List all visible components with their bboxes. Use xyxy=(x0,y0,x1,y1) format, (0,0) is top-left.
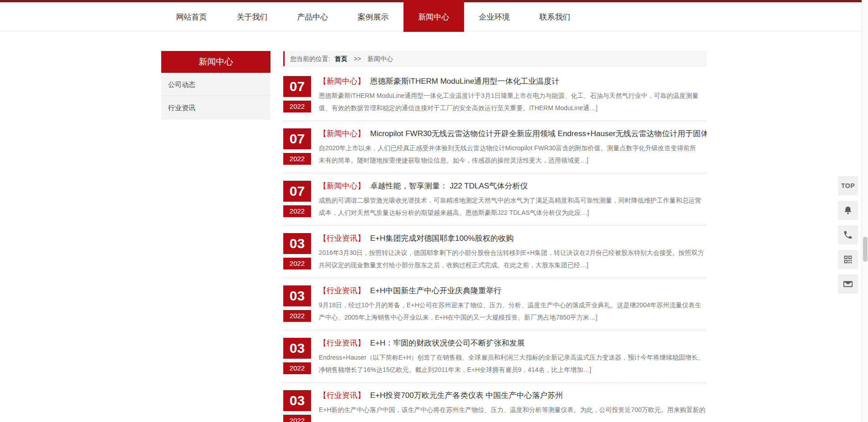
page: 网站首页 关于我们 产品中心 案例展示 新闻中心 企业环境 联系我们 新闻中心 … xyxy=(0,0,868,422)
news-desc-line1: 成熟的可调谐二极管激光吸收光谱技术，可靠精准地测定天然气中的水气为了满足高精度和… xyxy=(319,194,707,207)
news-title[interactable]: E+H：牢固的财政状况使公司不断扩张和发展 xyxy=(370,339,525,347)
breadcrumb-current: 新闻中心 xyxy=(368,55,393,62)
news-year: 2022 xyxy=(283,205,311,217)
news-day: 03 xyxy=(283,390,311,411)
nav-item-about[interactable]: 关于我们 xyxy=(222,2,282,32)
sidebar-title: 新闻中心 xyxy=(161,51,271,73)
news-year: 2022 xyxy=(283,258,311,269)
news-item[interactable]: 07 2022 【新闻中心】 恩德斯豪斯iTHERM ModuLine通用型一体… xyxy=(283,76,707,121)
news-year: 2022 xyxy=(283,415,311,422)
nav-item-news[interactable]: 新闻中心 xyxy=(403,0,464,32)
news-date-badge: 03 2022 xyxy=(283,390,311,422)
sidebar: 新闻中心 公司动态 行业资讯 xyxy=(161,51,271,422)
header: 网站首页 关于我们 产品中心 案例展示 新闻中心 企业环境 联系我们 xyxy=(0,2,868,32)
news-item[interactable]: 03 2022 【行业资讯】 E+H中国新生产中心开业庆典隆重举行 9月18日，… xyxy=(283,285,707,330)
news-date-badge: 03 2022 xyxy=(283,285,311,324)
back-to-top-button[interactable]: TOP xyxy=(838,176,858,195)
nav-item-home[interactable]: 网站首页 xyxy=(161,2,222,32)
news-year: 2022 xyxy=(283,153,311,165)
news-category: 【新闻中心】 xyxy=(319,182,365,190)
phone-icon xyxy=(843,230,853,240)
nav-item-environment[interactable]: 企业环境 xyxy=(464,2,525,32)
sidebar-item-industry-news[interactable]: 行业资讯 xyxy=(161,96,271,119)
news-item[interactable]: 03 2022 【行业资讯】 E+H集团完成对德国耶拿100%股权的收购 201… xyxy=(283,233,707,278)
news-title[interactable]: E+H中国新生产中心开业庆典隆重举行 xyxy=(370,286,502,295)
news-title[interactable]: 恩德斯豪斯iTHERM ModuLine通用型一体化工业温度计 xyxy=(370,77,560,86)
news-desc-line2: 产中心、2005年上海销售中心开业以来，E+H在中国的又一大规模投资。新厂房占地… xyxy=(319,311,707,324)
sidebar-item-company-news[interactable]: 公司动态 xyxy=(161,73,271,96)
news-year: 2022 xyxy=(283,362,311,374)
news-category: 【行业资讯】 xyxy=(319,234,365,243)
qrcode-button[interactable] xyxy=(838,250,858,269)
news-desc-line1: 自2020年上市以来，人们已经真正感受并体验到无线云雷达物位计Micropilo… xyxy=(319,142,707,154)
news-title-row[interactable]: 【新闻中心】 卓越性能，智享测量： J22 TDLAS气体分析仪 xyxy=(319,181,707,192)
news-title-row[interactable]: 【行业资讯】 E+H中国新生产中心开业庆典隆重举行 xyxy=(319,285,707,296)
news-desc-line1: Endress+Hauser（以下简称E+H）创造了在销售额、全球雇员和利润三大… xyxy=(319,351,707,364)
news-category: 【行业资讯】 xyxy=(319,286,365,295)
breadcrumb-prefix: 您当前的位置: xyxy=(290,55,330,62)
breadcrumb-separator: >> xyxy=(354,55,361,62)
nav-item-contact[interactable]: 联系我们 xyxy=(525,2,585,32)
news-title-row[interactable]: 【行业资讯】 E+H：牢固的财政状况使公司不断扩张和发展 xyxy=(319,338,707,349)
news-desc-line2: 成本，人们对天然气质量达标分析的期望越来越高。恩德斯豪斯J22 TDLAS气体分… xyxy=(319,207,707,219)
news-day: 03 xyxy=(283,338,311,359)
news-title-row[interactable]: 【新闻中心】 恩德斯豪斯iTHERM ModuLine通用型一体化工业温度计 xyxy=(319,76,707,87)
news-title[interactable]: 卓越性能，智享测量： J22 TDLAS气体分析仪 xyxy=(370,182,528,190)
scrollbar-track[interactable] xyxy=(862,0,868,422)
nav-item-products[interactable]: 产品中心 xyxy=(282,2,343,32)
news-day: 03 xyxy=(283,233,311,254)
news-item[interactable]: 03 2022 【行业资讯】 E+H投资700万欧元生产各类仪表 中国生产中心落… xyxy=(283,390,707,422)
scrollbar-thumb[interactable] xyxy=(863,237,868,262)
nav-item-cases[interactable]: 案例展示 xyxy=(343,2,403,32)
phone-contact-button[interactable] xyxy=(838,225,858,244)
news-date-badge: 07 2022 xyxy=(283,181,311,219)
notification-button[interactable] xyxy=(838,201,858,220)
news-title-row[interactable]: 【行业资讯】 E+H投资700万欧元生产各类仪表 中国生产中心落户苏州 xyxy=(319,390,707,401)
news-day: 07 xyxy=(283,181,311,202)
news-item[interactable]: 07 2022 【新闻中心】 Micropilot FWR30无线云雷达物位计开… xyxy=(283,128,707,173)
qrcode-icon xyxy=(843,254,853,264)
news-desc-line1: 2016年3月30日，按照转让决议，德国耶拿剩下的小部分股份合法转移到E+H集团… xyxy=(319,247,707,259)
news-day: 07 xyxy=(283,76,311,97)
news-title[interactable]: Micropilot FWR30无线云雷达物位计开辟全新应用领域 Endress… xyxy=(370,129,707,138)
news-desc-line2: 未有的简单。随时随地按需便捷获取物位信息。如今，传感器的操控灵活性更大，适用领域… xyxy=(319,154,707,167)
news-title[interactable]: E+H投资700万欧元生产各类仪表 中国生产中心落户苏州 xyxy=(370,391,563,400)
news-desc-line1: 恩德斯豪斯iTHERM ModuLine通用型一体化工业温度计于3月1日隆重上市… xyxy=(319,90,707,102)
news-title-row[interactable]: 【行业资讯】 E+H集团完成对德国耶拿100%股权的收购 xyxy=(319,233,707,244)
main-nav: 网站首页 关于我们 产品中心 案例展示 新闻中心 企业环境 联系我们 xyxy=(161,2,707,32)
news-year: 2022 xyxy=(283,310,311,322)
bell-icon xyxy=(843,205,853,215)
news-category: 【新闻中心】 xyxy=(319,77,365,86)
news-item[interactable]: 07 2022 【新闻中心】 卓越性能，智享测量： J22 TDLAS气体分析仪… xyxy=(283,181,707,226)
news-date-badge: 03 2022 xyxy=(283,233,311,271)
news-day: 03 xyxy=(283,285,311,306)
news-category: 【新闻中心】 xyxy=(319,129,365,138)
news-date-badge: 07 2022 xyxy=(283,128,311,167)
news-category: 【行业资讯】 xyxy=(319,339,365,347)
news-date-badge: 03 2022 xyxy=(283,338,311,376)
email-button[interactable] xyxy=(838,275,858,294)
news-desc-line2: 净销售额增长了16%达15亿欧元。截止到2011年末，E+H全球拥有雇员9，41… xyxy=(319,364,707,376)
news-desc-line2: 共同议定的现金数量支付给小部分股东之后，收购过程正式完成。在此之前，大股东集团已… xyxy=(319,259,707,271)
email-icon xyxy=(843,279,853,289)
news-year: 2022 xyxy=(283,101,311,112)
news-item[interactable]: 03 2022 【行业资讯】 E+H：牢固的财政状况使公司不断扩张和发展 End… xyxy=(283,338,707,383)
news-title-row[interactable]: 【新闻中心】 Micropilot FWR30无线云雷达物位计开辟全新应用领域 … xyxy=(319,128,707,139)
news-desc-line1: E+H新的生产中心落户中国，该生产中心将在苏州生产物位、压力、温度和分析等测量仪… xyxy=(319,404,707,416)
news-date-badge: 07 2022 xyxy=(283,76,311,114)
news-title[interactable]: E+H集团完成对德国耶拿100%股权的收购 xyxy=(370,234,514,243)
breadcrumb-home-link[interactable]: 首页 xyxy=(335,55,347,62)
news-day: 07 xyxy=(283,128,311,149)
news-desc-line1: 9月18日，经过10个月的筹备，E+H公司在苏州迎来了物位、压力、分析、温度生产… xyxy=(319,299,707,311)
floating-toolbar: TOP xyxy=(838,176,858,299)
news-desc-line2: 值、有效的数据管理和稳定的通信连接对于工厂的安全高效运行至关重要。iTHERM … xyxy=(319,102,707,114)
news-category: 【行业资讯】 xyxy=(319,391,365,400)
breadcrumb: 您当前的位置: 首页 >> 新闻中心 xyxy=(283,51,707,66)
